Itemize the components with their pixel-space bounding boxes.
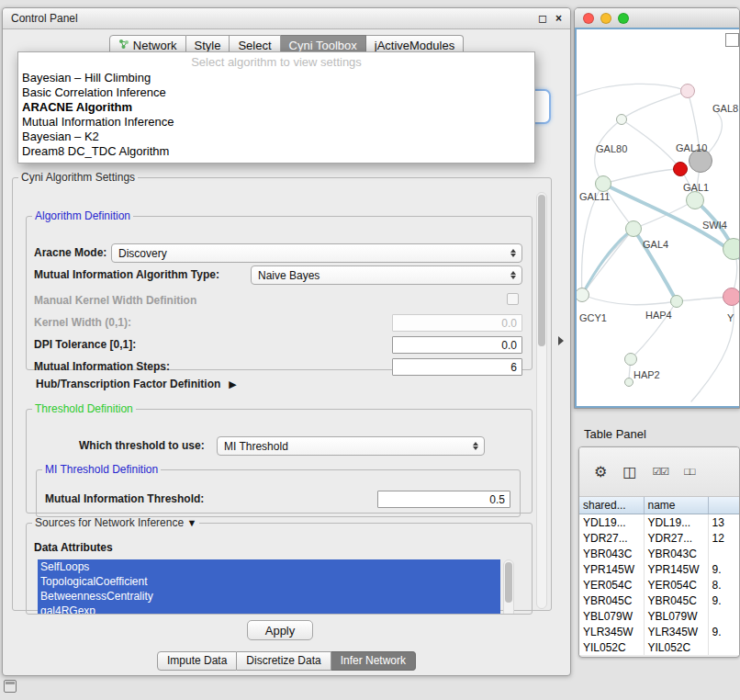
mi-threshold-definition-group: MI Threshold Definition Mutual Informati… (36, 464, 521, 517)
table-cell: YER054C (579, 577, 644, 593)
network-edge[interactable] (582, 229, 633, 295)
network-window-titlebar[interactable] (575, 8, 739, 28)
table-row[interactable]: YBL079WYBL079W (579, 608, 740, 624)
algorithm-dropdown-popup: Select algorithm to view settings Bayesi… (17, 51, 535, 164)
network-edge[interactable] (622, 119, 680, 169)
apply-button[interactable]: Apply (247, 620, 313, 640)
network-node-gal1[interactable] (686, 191, 704, 209)
network-node-gal4[interactable] (625, 220, 642, 237)
table-cell: YPR145W (644, 561, 708, 577)
combo-arrows-icon (471, 442, 479, 450)
table-cell: YDR27... (579, 530, 644, 546)
algorithm-option-bayesian-k2[interactable]: Bayesian – K2 (18, 130, 534, 144)
table-row[interactable]: YER054CYER054C8. (579, 577, 740, 593)
mi-type-select[interactable]: Naive Bayes (251, 265, 522, 285)
close-traffic-light[interactable] (583, 13, 594, 24)
attribute-item-selfloops[interactable]: SelfLoops (38, 559, 500, 574)
network-edge[interactable] (603, 169, 680, 184)
data-attributes-label: Data Attributes (34, 541, 113, 554)
table-cell: 9. (708, 561, 740, 577)
network-node-swi4[interactable] (723, 238, 739, 260)
network-edges-svg (577, 29, 739, 408)
attribute-item-topologicalcoefficient[interactable]: TopologicalCoefficient (38, 574, 500, 589)
dpi-tolerance-input[interactable] (392, 336, 522, 354)
select-all-icon[interactable]: ☑☑ (652, 467, 668, 477)
network-node-hap4[interactable] (670, 295, 683, 308)
manual-kernel-checkbox[interactable] (507, 293, 519, 305)
algorithm-option-dream8-dc-tdc-algorithm[interactable]: Dream8 DC_TDC Algorithm (18, 144, 534, 159)
settings-group-title: Cyni Algorithm Settings (18, 172, 138, 183)
network-node-gcy1[interactable] (575, 288, 589, 302)
network-node[interactable] (723, 288, 739, 306)
collapse-arrow-icon: ▼ (186, 517, 196, 528)
columns-icon[interactable]: ◫ (622, 465, 636, 480)
aracne-mode-select[interactable]: Discovery (111, 243, 522, 263)
tab-label: Impute Data (167, 654, 227, 667)
network-node[interactable] (673, 162, 688, 176)
tab-label: Style (195, 39, 221, 52)
network-canvas[interactable]: GAL8GAL80GAL10GAL11GAL1SWI4GAL4GCY1HAP4H… (575, 28, 739, 408)
combo-arrows-icon (509, 249, 517, 257)
mi-threshold-input[interactable] (377, 491, 510, 508)
sources-group: Sources for Network Inference ▼ Data Att… (26, 517, 533, 615)
table-cell: YBR045C (644, 593, 708, 608)
bottom-tab-infer-network[interactable]: Infer Network (331, 651, 416, 671)
attribute-item-gal4rgexp[interactable]: gal4RGexp (38, 604, 500, 615)
table-row[interactable]: YBR043CYBR043C (579, 546, 740, 561)
scrollbar-thumb[interactable] (505, 562, 512, 603)
table-row[interactable]: YPR145WYPR145W9. (579, 561, 740, 577)
deselect-all-icon[interactable]: □□ (684, 467, 694, 477)
table-cell: YDR27... (644, 530, 708, 546)
attribute-item-betweennesscentrality[interactable]: BetweennessCentrality (38, 589, 500, 604)
hub-definition-toggle[interactable]: Hub/Transcription Factor Definition ▶ (36, 378, 237, 390)
node-label-gal4: GAL4 (643, 239, 668, 250)
table-row[interactable]: YBR045CYBR045C9. (579, 593, 740, 608)
column-header[interactable] (708, 497, 740, 514)
table-row[interactable]: YDL19...YDL19...13 (579, 514, 740, 531)
algorithm-option-mutual-information-inference[interactable]: Mutual Information Inference (18, 115, 534, 130)
mi-type-row: Mutual Information Algorithm Type: Naive… (27, 265, 532, 286)
network-node-hap2[interactable] (624, 353, 637, 366)
node-label-hap4: HAP4 (645, 310, 672, 321)
tab-label: Network (133, 39, 177, 52)
network-node[interactable] (624, 378, 633, 387)
network-node[interactable] (680, 84, 695, 98)
which-threshold-select[interactable]: MI Threshold (217, 436, 485, 456)
mi-threshold-label: Mutual Information Threshold: (45, 492, 204, 505)
float-window-icon[interactable]: ◻ (538, 13, 547, 24)
attribute-list-scrollbar[interactable] (503, 559, 514, 615)
dpi-tolerance-label: DPI Tolerance [0,1]: (34, 338, 136, 351)
bottom-tab-impute-data[interactable]: Impute Data (157, 651, 237, 671)
minimized-panel-icon[interactable] (4, 680, 17, 693)
gear-icon[interactable]: ⚙ (594, 465, 607, 480)
network-node[interactable] (616, 114, 627, 125)
algorithm-option-bayesian-hill-climbing[interactable]: Bayesian – Hill Climbing (18, 71, 534, 85)
control-panel-titlebar[interactable]: Control Panel ◻ × (3, 8, 570, 29)
table-row[interactable]: YIL052CYIL052C (579, 639, 740, 655)
table-row[interactable]: YDR27...YDR27...12 (579, 530, 740, 546)
algorithm-option-basic-correlation-inference[interactable]: Basic Correlation Inference (18, 85, 534, 100)
network-node-gal11[interactable] (595, 175, 611, 192)
settings-scrollbar[interactable] (536, 192, 547, 609)
column-header[interactable]: shared... (579, 497, 644, 514)
minimize-traffic-light[interactable] (600, 13, 611, 24)
algorithm-option-aracne-algorithm[interactable]: ARACNE Algorithm (18, 100, 534, 115)
bottom-tab-discretize-data[interactable]: Discretize Data (237, 651, 331, 671)
network-edge[interactable] (622, 91, 688, 119)
node-label-y: Y (727, 312, 734, 323)
network-view-window: GAL8GAL80GAL10GAL11GAL1SWI4GAL4GCY1HAP4H… (574, 7, 740, 409)
network-icon (118, 39, 129, 52)
which-threshold-label: Which threshold to use: (79, 439, 205, 452)
table-row[interactable]: YLR345WYLR345W9. (579, 624, 740, 639)
table-cell: 9. (708, 624, 740, 639)
table-cell: YBR045C (579, 593, 644, 608)
panel-collapse-arrow[interactable] (558, 336, 564, 345)
mi-steps-input[interactable] (392, 358, 522, 376)
network-edge[interactable] (577, 84, 688, 96)
zoom-traffic-light[interactable] (618, 13, 629, 24)
scrollbar-thumb[interactable] (538, 195, 545, 346)
network-edge[interactable] (582, 295, 677, 305)
sources-title[interactable]: Sources for Network Inference ▼ (32, 517, 199, 528)
close-window-icon[interactable]: × (555, 13, 562, 24)
column-header[interactable]: name (644, 497, 708, 514)
